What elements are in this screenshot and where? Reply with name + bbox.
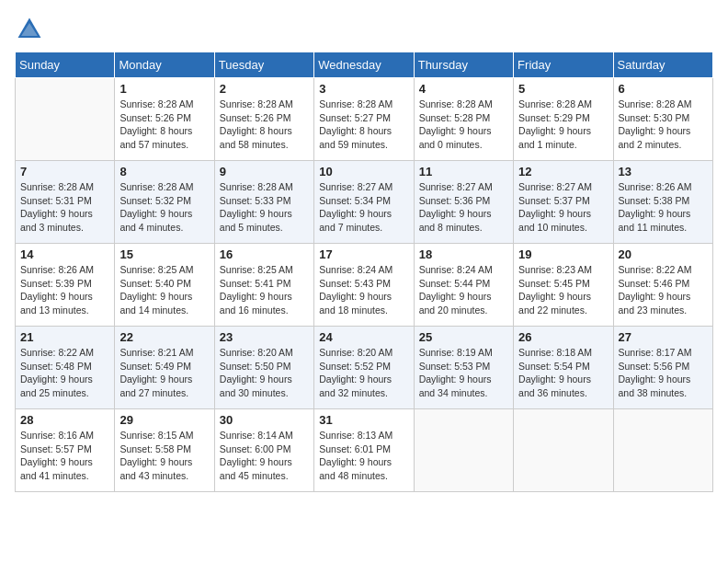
- day-number: 24: [319, 330, 408, 344]
- day-number: 19: [518, 247, 608, 261]
- calendar-cell: 5Sunrise: 8:28 AMSunset: 5:29 PMDaylight…: [514, 78, 613, 161]
- calendar-cell: 10Sunrise: 8:27 AMSunset: 5:34 PMDayligh…: [314, 161, 414, 244]
- day-info: Sunrise: 8:26 AMSunset: 5:39 PMDaylight:…: [20, 263, 109, 317]
- day-info: Sunrise: 8:21 AMSunset: 5:49 PMDaylight:…: [119, 346, 209, 400]
- day-number: 16: [220, 247, 309, 261]
- day-info: Sunrise: 8:18 AMSunset: 5:54 PMDaylight:…: [518, 346, 608, 400]
- calendar-cell: 17Sunrise: 8:24 AMSunset: 5:43 PMDayligh…: [314, 244, 414, 327]
- day-info: Sunrise: 8:13 AMSunset: 6:01 PMDaylight:…: [319, 429, 408, 483]
- weekday-header-row: SundayMondayTuesdayWednesdayThursdayFrid…: [16, 52, 713, 78]
- weekday-header: Thursday: [414, 52, 513, 78]
- calendar-row: 7Sunrise: 8:28 AMSunset: 5:31 PMDaylight…: [16, 161, 713, 244]
- calendar-cell: 25Sunrise: 8:19 AMSunset: 5:53 PMDayligh…: [414, 327, 513, 409]
- day-info: Sunrise: 8:27 AMSunset: 5:36 PMDaylight:…: [419, 180, 508, 235]
- day-number: 5: [518, 82, 608, 96]
- calendar-cell: 7Sunrise: 8:28 AMSunset: 5:31 PMDaylight…: [16, 161, 115, 244]
- day-info: Sunrise: 8:28 AMSunset: 5:27 PMDaylight:…: [319, 98, 408, 152]
- day-number: 27: [619, 330, 708, 344]
- calendar-cell: 26Sunrise: 8:18 AMSunset: 5:54 PMDayligh…: [514, 327, 613, 409]
- calendar-cell: 2Sunrise: 8:28 AMSunset: 5:26 PMDaylight…: [214, 78, 313, 161]
- calendar-cell: 14Sunrise: 8:26 AMSunset: 5:39 PMDayligh…: [16, 244, 115, 327]
- day-info: Sunrise: 8:28 AMSunset: 5:31 PMDaylight:…: [20, 180, 109, 235]
- page-header: [15, 15, 713, 44]
- weekday-header: Saturday: [613, 52, 712, 78]
- calendar-cell: 24Sunrise: 8:20 AMSunset: 5:52 PMDayligh…: [314, 327, 414, 409]
- day-number: 23: [220, 330, 309, 344]
- day-number: 2: [220, 82, 309, 96]
- calendar-cell: [514, 409, 613, 492]
- day-info: Sunrise: 8:22 AMSunset: 5:46 PMDaylight:…: [619, 263, 708, 317]
- day-number: 10: [319, 165, 408, 178]
- calendar-cell: 1Sunrise: 8:28 AMSunset: 5:26 PMDaylight…: [115, 78, 214, 161]
- calendar-cell: [414, 409, 513, 492]
- calendar-cell: 16Sunrise: 8:25 AMSunset: 5:41 PMDayligh…: [214, 244, 313, 327]
- day-number: 20: [619, 247, 708, 261]
- calendar-cell: [613, 409, 712, 492]
- day-info: Sunrise: 8:16 AMSunset: 5:57 PMDaylight:…: [20, 429, 109, 483]
- weekday-header: Friday: [514, 52, 613, 78]
- day-info: Sunrise: 8:20 AMSunset: 5:50 PMDaylight:…: [220, 346, 309, 400]
- day-info: Sunrise: 8:28 AMSunset: 5:32 PMDaylight:…: [119, 180, 209, 235]
- day-number: 30: [220, 413, 309, 427]
- calendar-cell: 28Sunrise: 8:16 AMSunset: 5:57 PMDayligh…: [16, 409, 115, 492]
- day-number: 13: [619, 165, 708, 178]
- day-number: 18: [419, 247, 508, 261]
- day-info: Sunrise: 8:28 AMSunset: 5:28 PMDaylight:…: [419, 98, 508, 152]
- day-number: 11: [419, 165, 508, 178]
- calendar-cell: 12Sunrise: 8:27 AMSunset: 5:37 PMDayligh…: [514, 161, 613, 244]
- day-info: Sunrise: 8:15 AMSunset: 5:58 PMDaylight:…: [119, 429, 209, 483]
- day-number: 28: [20, 413, 109, 427]
- calendar-cell: 21Sunrise: 8:22 AMSunset: 5:48 PMDayligh…: [16, 327, 115, 409]
- calendar-cell: 22Sunrise: 8:21 AMSunset: 5:49 PMDayligh…: [115, 327, 214, 409]
- calendar-row: 1Sunrise: 8:28 AMSunset: 5:26 PMDaylight…: [16, 78, 713, 161]
- day-number: 7: [20, 165, 109, 178]
- day-info: Sunrise: 8:28 AMSunset: 5:33 PMDaylight:…: [220, 180, 309, 235]
- day-info: Sunrise: 8:28 AMSunset: 5:26 PMDaylight:…: [119, 98, 209, 152]
- calendar-cell: 20Sunrise: 8:22 AMSunset: 5:46 PMDayligh…: [613, 244, 712, 327]
- logo: [15, 15, 48, 44]
- day-number: 6: [619, 82, 708, 96]
- calendar-cell: 27Sunrise: 8:17 AMSunset: 5:56 PMDayligh…: [613, 327, 712, 409]
- weekday-header: Sunday: [16, 52, 115, 78]
- calendar-cell: 18Sunrise: 8:24 AMSunset: 5:44 PMDayligh…: [414, 244, 513, 327]
- day-info: Sunrise: 8:19 AMSunset: 5:53 PMDaylight:…: [419, 346, 508, 400]
- calendar-cell: 8Sunrise: 8:28 AMSunset: 5:32 PMDaylight…: [115, 161, 214, 244]
- calendar-cell: 13Sunrise: 8:26 AMSunset: 5:38 PMDayligh…: [613, 161, 712, 244]
- day-info: Sunrise: 8:17 AMSunset: 5:56 PMDaylight:…: [619, 346, 708, 400]
- day-number: 4: [419, 82, 508, 96]
- calendar-cell: 3Sunrise: 8:28 AMSunset: 5:27 PMDaylight…: [314, 78, 414, 161]
- calendar-cell: 4Sunrise: 8:28 AMSunset: 5:28 PMDaylight…: [414, 78, 513, 161]
- calendar-cell: 11Sunrise: 8:27 AMSunset: 5:36 PMDayligh…: [414, 161, 513, 244]
- day-info: Sunrise: 8:20 AMSunset: 5:52 PMDaylight:…: [319, 346, 408, 400]
- day-number: 25: [419, 330, 508, 344]
- weekday-header: Wednesday: [314, 52, 414, 78]
- day-info: Sunrise: 8:26 AMSunset: 5:38 PMDaylight:…: [619, 180, 708, 235]
- day-number: 22: [119, 330, 209, 344]
- calendar-row: 28Sunrise: 8:16 AMSunset: 5:57 PMDayligh…: [16, 409, 713, 492]
- day-info: Sunrise: 8:24 AMSunset: 5:43 PMDaylight:…: [319, 263, 408, 317]
- day-number: 31: [319, 413, 408, 427]
- day-number: 29: [119, 413, 209, 427]
- day-number: 26: [518, 330, 608, 344]
- weekday-header: Tuesday: [214, 52, 313, 78]
- calendar-cell: 15Sunrise: 8:25 AMSunset: 5:40 PMDayligh…: [115, 244, 214, 327]
- day-info: Sunrise: 8:27 AMSunset: 5:37 PMDaylight:…: [518, 180, 608, 235]
- calendar-cell: 9Sunrise: 8:28 AMSunset: 5:33 PMDaylight…: [214, 161, 313, 244]
- calendar-cell: 6Sunrise: 8:28 AMSunset: 5:30 PMDaylight…: [613, 78, 712, 161]
- day-info: Sunrise: 8:25 AMSunset: 5:41 PMDaylight:…: [220, 263, 309, 317]
- calendar-row: 21Sunrise: 8:22 AMSunset: 5:48 PMDayligh…: [16, 327, 713, 409]
- day-info: Sunrise: 8:27 AMSunset: 5:34 PMDaylight:…: [319, 180, 408, 235]
- day-number: 1: [119, 82, 209, 96]
- day-info: Sunrise: 8:25 AMSunset: 5:40 PMDaylight:…: [119, 263, 209, 317]
- day-info: Sunrise: 8:28 AMSunset: 5:26 PMDaylight:…: [220, 98, 309, 152]
- calendar-cell: 19Sunrise: 8:23 AMSunset: 5:45 PMDayligh…: [514, 244, 613, 327]
- calendar-cell: 30Sunrise: 8:14 AMSunset: 6:00 PMDayligh…: [214, 409, 313, 492]
- day-info: Sunrise: 8:28 AMSunset: 5:30 PMDaylight:…: [619, 98, 708, 152]
- day-info: Sunrise: 8:22 AMSunset: 5:48 PMDaylight:…: [20, 346, 109, 400]
- day-info: Sunrise: 8:28 AMSunset: 5:29 PMDaylight:…: [518, 98, 608, 152]
- day-number: 12: [518, 165, 608, 178]
- calendar-cell: 29Sunrise: 8:15 AMSunset: 5:58 PMDayligh…: [115, 409, 214, 492]
- calendar-cell: 31Sunrise: 8:13 AMSunset: 6:01 PMDayligh…: [314, 409, 414, 492]
- day-info: Sunrise: 8:23 AMSunset: 5:45 PMDaylight:…: [518, 263, 608, 317]
- calendar-table: SundayMondayTuesdayWednesdayThursdayFrid…: [15, 52, 713, 492]
